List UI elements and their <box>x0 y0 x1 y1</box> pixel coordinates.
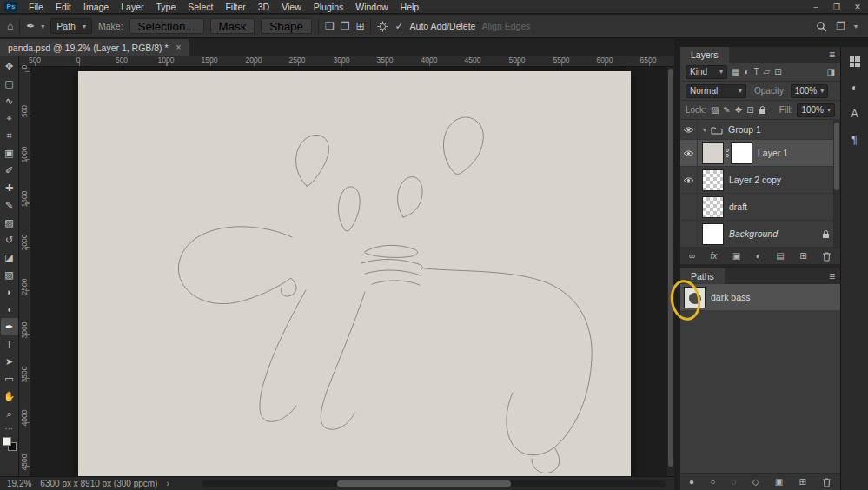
lock-all-icon[interactable] <box>759 105 766 115</box>
marquee-tool[interactable]: ▢ <box>1 75 18 92</box>
blur-tool[interactable]: ◗ <box>1 283 18 301</box>
menu-select[interactable]: Select <box>182 2 219 12</box>
layer-row-draft[interactable]: draft <box>680 194 840 221</box>
search-icon[interactable] <box>816 21 827 32</box>
dodge-tool[interactable]: ◖ <box>1 301 18 318</box>
checkbox-check-icon[interactable]: ✓ <box>394 21 403 31</box>
panda-left-arm-path[interactable] <box>178 227 296 304</box>
panda-body-right-path[interactable] <box>424 268 592 455</box>
visibility-toggle[interactable] <box>680 120 698 139</box>
frame-tool[interactable]: ▣ <box>1 144 18 162</box>
layer-row-background[interactable]: Background <box>680 221 840 248</box>
filter-smart-objects-icon[interactable]: ⊡ <box>774 68 781 76</box>
gear-icon[interactable] <box>377 21 388 32</box>
layer-row-layer-1[interactable]: Layer 1 <box>680 140 840 167</box>
make-selection-button[interactable]: Selection... <box>129 18 204 34</box>
pen-tool-preset-icon[interactable]: ✒ <box>26 21 35 31</box>
lasso-tool[interactable]: ∿ <box>1 92 18 109</box>
horizontal-scrollbar-thumb[interactable] <box>337 480 511 487</box>
make-mask-button[interactable]: Mask <box>210 18 255 34</box>
menu-view[interactable]: View <box>275 2 308 12</box>
panda-left-ear-path[interactable] <box>296 135 329 186</box>
lock-position-icon[interactable]: ✥ <box>735 106 742 115</box>
layer-mask-thumbnail[interactable] <box>731 142 752 164</box>
path-selection-tool[interactable]: ➤ <box>1 353 18 370</box>
menu-plugins[interactable]: Plugins <box>308 2 349 12</box>
brush-tool[interactable]: ✎ <box>1 196 18 214</box>
panda-nose-path[interactable] <box>365 245 418 257</box>
layer-thumbnail[interactable] <box>702 223 724 245</box>
vertical-scrollbar[interactable] <box>667 67 674 476</box>
vertical-scrollbar-thumb[interactable] <box>668 69 673 467</box>
make-shape-button[interactable]: Shape <box>261 18 312 34</box>
layer-thumbnail[interactable] <box>702 142 724 164</box>
close-tab-icon[interactable]: × <box>176 43 182 52</box>
zoom-tool[interactable]: ⌕ <box>1 405 18 422</box>
path-operations-icon[interactable]: ❏ <box>325 21 335 31</box>
tool-mode-select[interactable]: Path ▾ <box>50 18 92 34</box>
gradient-tool[interactable]: ▧ <box>1 266 18 283</box>
layer-thumbnail[interactable] <box>702 196 724 218</box>
filter-adjustment-layers-icon[interactable]: ◐ <box>744 68 749 76</box>
auto-add-delete-label[interactable]: Auto Add/Delete <box>410 21 476 31</box>
document-tab[interactable]: panda.psd @ 19,2% (Layer 1, RGB/8) * × <box>0 39 189 56</box>
menu-help[interactable]: Help <box>394 2 426 12</box>
vertical-ruler[interactable]: 0 500 1000 1500 2000 2500 3000 3500 4000… <box>19 67 30 476</box>
canvas-viewport[interactable] <box>30 67 674 476</box>
hand-tool[interactable]: ✋ <box>1 387 18 405</box>
clone-stamp-tool[interactable]: ▨ <box>1 214 18 231</box>
restore-button[interactable]: ❐ <box>826 0 847 13</box>
path-row-dark-bass[interactable]: dark bass <box>680 284 840 310</box>
minimize-button[interactable]: – <box>805 0 826 13</box>
path-alignment-icon[interactable]: ❐ <box>341 21 350 31</box>
menu-image[interactable]: Image <box>77 2 115 12</box>
stroke-path-icon[interactable]: ○ <box>710 478 715 487</box>
make-work-path-icon[interactable]: ◇ <box>752 478 759 487</box>
delete-path-icon[interactable] <box>822 477 832 487</box>
healing-tool[interactable]: ✚ <box>1 179 18 196</box>
new-group-icon[interactable]: ▤ <box>776 252 784 261</box>
fill-select[interactable]: 100% ▾ <box>797 103 835 117</box>
eraser-tool[interactable]: ◪ <box>1 248 18 266</box>
layer-row-layer-2-copy[interactable]: Layer 2 copy <box>680 167 840 194</box>
link-layers-icon[interactable]: ∞ <box>689 252 695 261</box>
panda-mouth-line-path[interactable] <box>372 281 420 285</box>
adjustment-layer-icon[interactable]: ◐ <box>756 252 761 261</box>
paths-panel-tab[interactable]: Paths <box>680 268 725 284</box>
chevron-down-icon[interactable]: ▾ <box>854 23 858 30</box>
layers-panel-tab[interactable]: Layers <box>680 47 729 63</box>
visibility-toggle[interactable] <box>680 194 698 220</box>
crop-tool[interactable]: ⌗ <box>1 127 18 144</box>
horizontal-scrollbar[interactable] <box>202 480 666 487</box>
filter-pixel-layers-icon[interactable]: ▦ <box>732 68 739 76</box>
delete-layer-icon[interactable] <box>822 251 832 262</box>
menu-edit[interactable]: Edit <box>50 2 77 12</box>
horizontal-ruler[interactable]: 500 0 500 1000 1500 2000 2500 3000 3500 … <box>30 56 674 67</box>
object-selection-tool[interactable]: ⌖ <box>1 109 18 127</box>
lock-pixels-icon[interactable]: ✎ <box>723 106 730 115</box>
menu-filter[interactable]: Filter <box>219 2 251 12</box>
panda-mouth-line-path[interactable] <box>365 270 421 275</box>
fill-path-icon[interactable]: ● <box>689 478 694 487</box>
add-path-mask-icon[interactable]: ▣ <box>775 478 783 487</box>
path-thumbnail[interactable] <box>684 287 706 308</box>
color-swatches[interactable] <box>3 437 17 451</box>
panda-right-ear-path[interactable] <box>443 117 483 174</box>
add-layer-mask-icon[interactable]: ▣ <box>732 252 740 261</box>
visibility-toggle[interactable] <box>680 167 698 193</box>
layer-mask-link-icon[interactable] <box>726 149 729 157</box>
menu-layer[interactable]: Layer <box>115 2 149 12</box>
blend-mode-select[interactable]: Normal ▾ <box>686 84 746 98</box>
character-panel-icon[interactable]: A <box>844 104 866 123</box>
layers-scrollbar[interactable] <box>833 120 840 248</box>
edit-toolbar-icon[interactable]: ⋯ <box>1 422 18 434</box>
menu-window[interactable]: Window <box>349 2 394 12</box>
panda-mouth-line-path[interactable] <box>361 260 423 269</box>
panda-right-eye-path[interactable] <box>398 177 423 217</box>
visibility-toggle[interactable] <box>680 221 698 247</box>
filter-toggle-icon[interactable]: ◨ <box>827 68 835 76</box>
layer-row-group-1[interactable]: ▾ Group 1 <box>680 120 840 140</box>
chevron-right-icon[interactable]: › <box>166 479 169 488</box>
menu-type[interactable]: Type <box>149 2 182 12</box>
panda-left-eye-path[interactable] <box>338 187 360 231</box>
